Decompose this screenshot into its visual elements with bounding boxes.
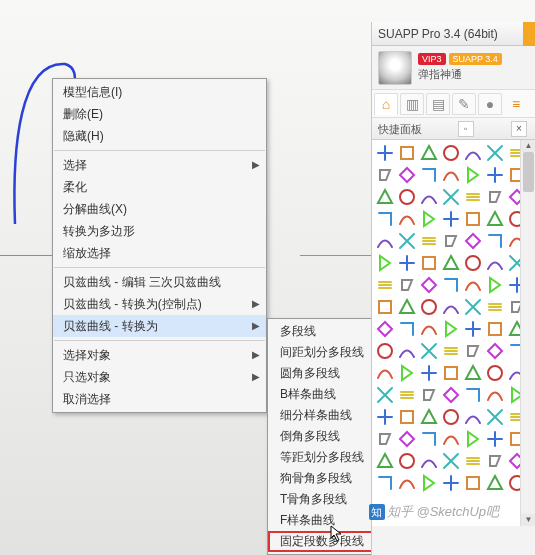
tool-icon[interactable] [440, 340, 461, 361]
scroll-thumb[interactable] [523, 152, 534, 192]
tool-icon[interactable] [440, 428, 461, 449]
tool-icon[interactable] [440, 164, 461, 185]
tool-icon[interactable] [396, 450, 417, 471]
tool-icon[interactable] [462, 472, 483, 493]
menu-item[interactable]: 分解曲线(X) [53, 198, 266, 220]
tool-icon[interactable] [374, 208, 395, 229]
tool-icon[interactable] [440, 252, 461, 273]
tool-icon[interactable] [462, 450, 483, 471]
tool-icon[interactable] [418, 384, 439, 405]
menu-item[interactable]: 贝兹曲线 - 编辑 三次贝兹曲线 [53, 271, 266, 293]
menu-item[interactable]: 贝兹曲线 - 转换为(控制点)▶ [53, 293, 266, 315]
tool-icon[interactable] [462, 428, 483, 449]
tool-icon[interactable] [418, 186, 439, 207]
tool-icon[interactable] [396, 274, 417, 295]
scroll-up-icon[interactable]: ▲ [521, 140, 535, 152]
tool-icon[interactable] [440, 230, 461, 251]
tool-icon[interactable] [418, 142, 439, 163]
tool-icon[interactable] [396, 472, 417, 493]
tool-icon[interactable] [418, 252, 439, 273]
tool-icon[interactable] [484, 296, 505, 317]
tool-icon[interactable] [484, 252, 505, 273]
tool-icon[interactable] [418, 274, 439, 295]
tool-icon[interactable] [484, 208, 505, 229]
tool-icon[interactable] [462, 296, 483, 317]
tool-icon[interactable] [462, 230, 483, 251]
tool-icon[interactable] [418, 450, 439, 471]
tool-icon[interactable] [374, 384, 395, 405]
tool-icon[interactable] [440, 472, 461, 493]
tool-icon[interactable] [462, 362, 483, 383]
menu-item[interactable]: 删除(E) [53, 103, 266, 125]
tool-icon[interactable] [462, 208, 483, 229]
tab-docs-icon[interactable]: ▤ [426, 93, 450, 115]
tool-icon[interactable] [440, 384, 461, 405]
menu-item[interactable]: 缩放选择 [53, 242, 266, 264]
tool-icon[interactable] [396, 296, 417, 317]
context-menu[interactable]: 模型信息(I)删除(E)隐藏(H)选择▶柔化分解曲线(X)转换为多边形缩放选择贝… [52, 78, 267, 413]
tab-calendar-icon[interactable]: ▥ [400, 93, 424, 115]
tool-icon[interactable] [484, 472, 505, 493]
tool-icon[interactable] [484, 142, 505, 163]
tool-icon[interactable] [418, 296, 439, 317]
tab-tools-icon[interactable]: ✎ [452, 93, 476, 115]
tool-icon[interactable] [484, 362, 505, 383]
menu-item[interactable]: 只选对象▶ [53, 366, 266, 388]
tool-icon[interactable] [418, 208, 439, 229]
section-toggle-icon[interactable]: ◦ [458, 121, 474, 137]
tool-icon[interactable] [374, 274, 395, 295]
tool-icon[interactable] [440, 318, 461, 339]
tool-icon[interactable] [396, 406, 417, 427]
tool-icon[interactable] [440, 186, 461, 207]
scroll-down-icon[interactable]: ▼ [521, 514, 535, 526]
tool-icon[interactable] [396, 384, 417, 405]
tool-icon[interactable] [440, 208, 461, 229]
tool-icon[interactable] [484, 186, 505, 207]
tool-icon[interactable] [440, 296, 461, 317]
tool-icon[interactable] [396, 164, 417, 185]
tool-icon[interactable] [396, 186, 417, 207]
tool-icon[interactable] [396, 142, 417, 163]
tool-icon[interactable] [374, 186, 395, 207]
tool-icon[interactable] [484, 406, 505, 427]
tab-help-icon[interactable]: ● [478, 93, 502, 115]
tool-icon[interactable] [418, 428, 439, 449]
tool-icon[interactable] [462, 274, 483, 295]
tool-icon[interactable] [418, 340, 439, 361]
menu-item[interactable]: 柔化 [53, 176, 266, 198]
tool-icon[interactable] [418, 472, 439, 493]
menu-item[interactable]: 贝兹曲线 - 转换为▶ [53, 315, 266, 337]
tool-icon[interactable] [396, 428, 417, 449]
tool-icon[interactable] [418, 164, 439, 185]
section-close-icon[interactable]: × [511, 121, 527, 137]
tool-icon[interactable] [374, 406, 395, 427]
tool-icon[interactable] [374, 450, 395, 471]
menu-item[interactable]: 选择▶ [53, 154, 266, 176]
menu-item[interactable]: 转换为多边形 [53, 220, 266, 242]
tool-icon[interactable] [462, 318, 483, 339]
tool-icon[interactable] [484, 230, 505, 251]
tool-icon[interactable] [418, 406, 439, 427]
tool-icon[interactable] [396, 362, 417, 383]
tool-icon[interactable] [440, 450, 461, 471]
tool-icon[interactable] [462, 186, 483, 207]
tool-icon[interactable] [374, 318, 395, 339]
tool-icon[interactable] [374, 428, 395, 449]
tool-icon[interactable] [374, 252, 395, 273]
tab-home-icon[interactable]: ⌂ [374, 93, 398, 115]
tool-icon[interactable] [374, 362, 395, 383]
tool-icon[interactable] [374, 472, 395, 493]
tool-icon[interactable] [440, 274, 461, 295]
tool-icon[interactable] [484, 384, 505, 405]
avatar[interactable] [378, 51, 412, 85]
tool-icon[interactable] [418, 230, 439, 251]
tool-icon[interactable] [462, 164, 483, 185]
tool-icon[interactable] [418, 362, 439, 383]
menu-item[interactable]: 选择对象▶ [53, 344, 266, 366]
tool-icon[interactable] [462, 142, 483, 163]
tool-icon[interactable] [484, 318, 505, 339]
tool-icon[interactable] [374, 164, 395, 185]
tool-icon[interactable] [396, 340, 417, 361]
menu-item[interactable]: 隐藏(H) [53, 125, 266, 147]
tool-icon[interactable] [484, 450, 505, 471]
